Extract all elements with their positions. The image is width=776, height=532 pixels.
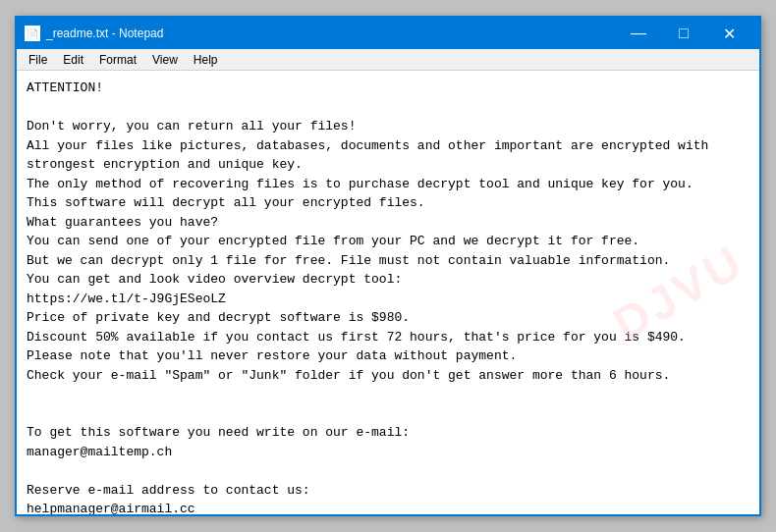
window-title: _readme.txt - Notepad	[46, 27, 163, 40]
maximize-button[interactable]: □	[661, 18, 706, 49]
minimize-button[interactable]: —	[616, 18, 661, 49]
menu-view[interactable]: View	[144, 51, 186, 69]
title-bar: 📄 _readme.txt - Notepad — □ ✕	[17, 18, 759, 49]
notepad-window: 📄 _readme.txt - Notepad — □ ✕ File Edit …	[15, 16, 761, 516]
title-bar-left: 📄 _readme.txt - Notepad	[25, 26, 163, 41]
file-content: ATTENTION! Don't worry, you can return a…	[27, 79, 749, 514]
menu-file[interactable]: File	[21, 51, 55, 69]
app-icon: 📄	[25, 26, 40, 41]
close-button[interactable]: ✕	[706, 18, 751, 49]
menu-help[interactable]: Help	[186, 51, 226, 69]
text-editor-area[interactable]: DJVU ATTENTION! Don't worry, you can ret…	[17, 71, 759, 514]
menu-bar: File Edit Format View Help	[17, 49, 759, 71]
menu-format[interactable]: Format	[91, 51, 144, 69]
menu-edit[interactable]: Edit	[55, 51, 91, 69]
window-controls: — □ ✕	[616, 18, 751, 49]
